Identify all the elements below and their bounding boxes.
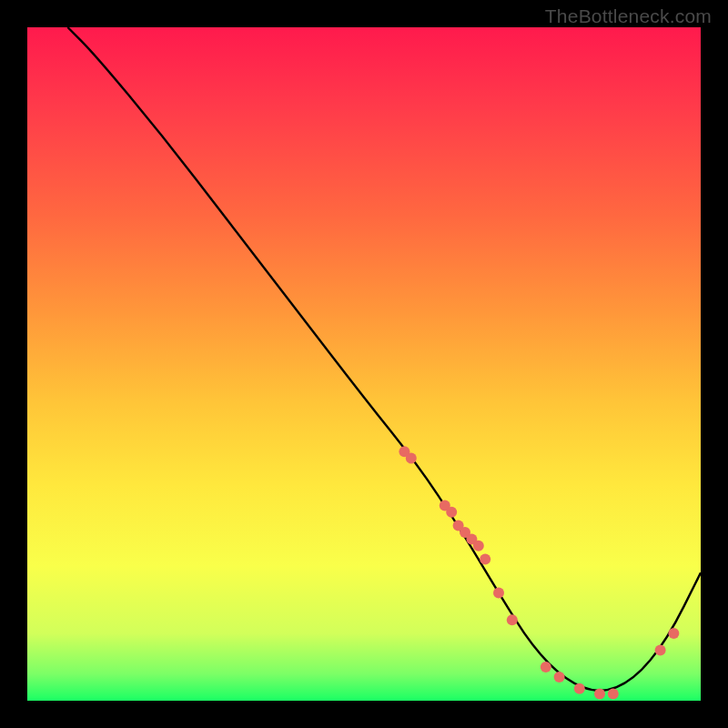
- highlight-dot: [668, 628, 679, 639]
- watermark-text: TheBottleneck.com: [545, 5, 712, 27]
- highlight-dot: [574, 683, 585, 694]
- highlight-dot: [507, 614, 518, 625]
- highlight-dot: [608, 689, 619, 700]
- highlight-dots-group: [399, 446, 679, 699]
- highlight-dot: [480, 554, 490, 565]
- bottleneck-curve: [67, 27, 701, 691]
- highlight-dot: [594, 689, 605, 700]
- chart-svg: [27, 27, 701, 701]
- highlight-dot: [446, 507, 457, 518]
- highlight-dot: [541, 662, 551, 672]
- highlight-dot: [473, 541, 484, 551]
- chart-frame: TheBottleneck.com: [0, 0, 728, 728]
- highlight-dot: [406, 453, 417, 464]
- highlight-dot: [655, 645, 666, 656]
- highlight-dot: [554, 672, 565, 682]
- highlight-dot: [493, 588, 504, 599]
